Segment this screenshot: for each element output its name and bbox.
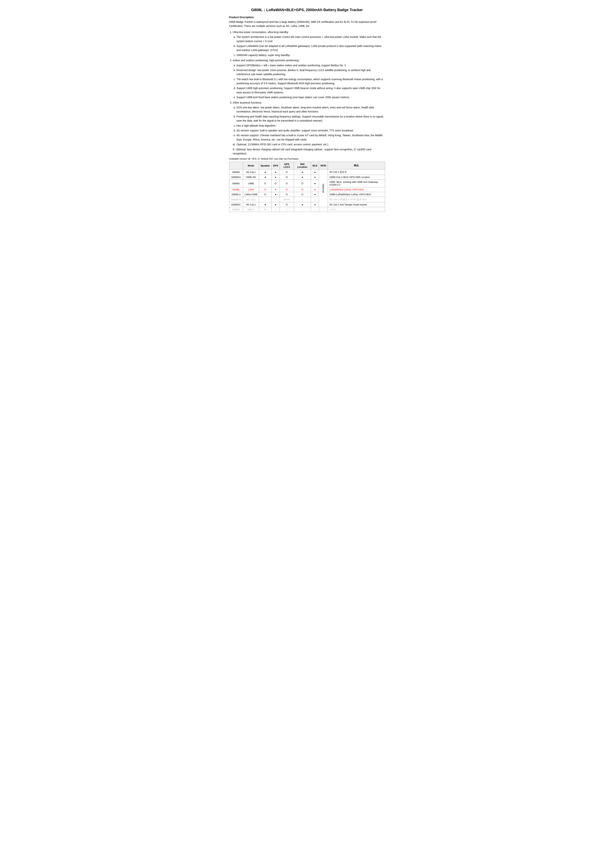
cell-gps: O xyxy=(272,180,280,187)
cell-id: G808L xyxy=(229,187,243,192)
sub-list-3: SOS one-key alarm, low power alarm, shut… xyxy=(236,105,385,142)
cell-feature: UWB+LoRaWAN(or LoRa) +GPS+BLE xyxy=(328,192,385,197)
cell-gps: ◌ xyxy=(272,207,280,212)
cell-wifi: O xyxy=(294,180,311,187)
cell-id: G808GC xyxy=(229,202,243,207)
cell-speaker: ● xyxy=(259,202,272,207)
cell-id: G808U xyxy=(229,180,243,187)
cell-speaker: O xyxy=(259,192,272,197)
product-description-label: Product Drscription: xyxy=(229,16,385,19)
table-row: G808RTK4G Cat.1◌◌●RTK◌◌4G Cat.1+双频北斗 RTK… xyxy=(229,197,385,202)
sub-item-2e: Support UWB AoA fixed base station posit… xyxy=(236,95,385,99)
table-row: G808GC4G Cat.1●●O●●4G Cat.1 Anti-Tamper … xyxy=(229,202,385,207)
extra-item-a: a)Optional: 13.56MHz RFID (M1 card or CP… xyxy=(233,143,385,146)
cell-ble: ● xyxy=(311,169,319,175)
cell-speaker: ◌ xyxy=(259,197,272,202)
page-title: G808L：LoRaWAN+BLE+GPS, 2000mAh Battery B… xyxy=(229,8,385,12)
sub-item-2a: Support GPS/Beidou + wifi + base station… xyxy=(236,63,385,67)
cell-wifi: ◌ xyxy=(294,197,311,202)
cell-speaker: O xyxy=(259,207,272,212)
cell-id: G808LU xyxy=(229,192,243,197)
cell-gps: ● xyxy=(272,169,280,175)
cell-feature: 4G Cat.1+双频北斗 RTK+蓝牙 BLE xyxy=(328,197,385,202)
cell-mode: LoRa+UWB xyxy=(243,192,259,197)
sub-list-2: Support GPS/Beidou + wifi + base station… xyxy=(236,63,385,99)
cell-speaker: O xyxy=(259,180,272,187)
col-header-gps: GPS xyxy=(272,162,280,169)
extra-item-f: f)Optional: face device charging cabinet… xyxy=(233,147,385,156)
cell-feature: UWB+Cat.1+BLE+GPS+Wifi Location xyxy=(328,175,385,180)
cell-wifi: O xyxy=(294,187,311,192)
col-header-speaker: Speaker xyxy=(259,162,272,169)
cell-gps-l1l5: ◌ xyxy=(280,207,294,212)
cell-feature: 4G Cat.1 定位卡 xyxy=(328,169,385,175)
col-header-rfid: RFID xyxy=(319,162,328,169)
cell-gps-l1l5: ●RTK xyxy=(280,197,294,202)
cell-mode: UWB xyxy=(243,180,259,187)
list-item-3-title: Other business functions: xyxy=(233,101,262,104)
sub-item-2b: Reserved design: low-power 22nm process,… xyxy=(236,68,385,76)
cell-gps: ● xyxy=(272,202,280,207)
cell-mode: 4G Cat.1 xyxy=(243,197,259,202)
table-row: G808DNBIoTO◌◌◌◌L1/L5 xyxy=(229,207,385,212)
list-item-2: Indoor and outdoor positioning, high-pre… xyxy=(233,58,385,99)
extra-sub-list: a)Optional: 13.56MHz RFID (M1 card or CP… xyxy=(236,143,385,155)
cell-ble: ◌ xyxy=(311,207,319,212)
cell-ble: ● xyxy=(311,175,319,180)
table-row: G808G4G Cat.1●●O●●Optional4G Cat.1 定位卡 xyxy=(229,169,385,175)
cell-gps-l1l5: O xyxy=(280,169,294,175)
sub-item-1a: The system architecture is a low-power C… xyxy=(236,35,385,43)
versions-table: Mode Speaker GPS GPS L1/L5 Wifi Location… xyxy=(229,162,385,212)
sub-item-1c: 2000mAh capacity battery, super long sta… xyxy=(236,53,385,57)
cell-mode: UWB+4G xyxy=(243,175,259,180)
cell-feature: LoRaWAN(or LoRa) +GPS+BLE xyxy=(328,187,385,192)
cell-mode: 4G Cat.1 xyxy=(243,169,259,175)
availability-note: Available version (●: YES; O: Default NO… xyxy=(229,157,385,160)
cell-wifi: O xyxy=(294,192,311,197)
cell-id: G808D xyxy=(229,207,243,212)
sub-item-2d: Support UWB high-precision positioning: … xyxy=(236,86,385,95)
col-header-gps-l1l5: GPS L1/L5 xyxy=(280,162,294,169)
col-header-wifi: Wifi Location xyxy=(294,162,311,169)
cell-speaker: O xyxy=(259,187,272,192)
cell-gps-l1l5: O xyxy=(280,202,294,207)
table-row: G808GUUWB+4G●●O●●UWB+Cat.1+BLE+GPS+Wifi … xyxy=(229,175,385,180)
cell-id: G808G xyxy=(229,169,243,175)
sub-item-3a: SOS one-key alarm, low power alarm, shut… xyxy=(236,105,385,114)
list-item-1: Ultra-low power consumption, ultra-long … xyxy=(233,30,385,57)
cell-rfid-empty xyxy=(319,207,328,212)
cell-speaker: ● xyxy=(259,169,272,175)
cell-ble: ◌ xyxy=(311,197,319,202)
cell-mode: LoRa xyxy=(243,187,259,192)
cell-wifi: ● xyxy=(294,169,311,175)
sub-item-3d: 4G version support: built-in speaker and… xyxy=(236,129,385,133)
sub-item-3c: Has a high-altitude drop algorithm. xyxy=(236,124,385,128)
table-row: G808UUWBOOOO●UWB +BLE, working with UWB … xyxy=(229,180,385,187)
list-item-1-title: Ultra-low power consumption, ultra-long … xyxy=(233,31,289,34)
list-item-3: Other business functions: SOS one-key al… xyxy=(233,101,385,156)
col-header-id xyxy=(229,162,243,169)
cell-wifi: ◌ xyxy=(294,207,311,212)
cell-feature: UWB +BLE, working with UWB AoA Gateway-U… xyxy=(328,180,385,187)
cell-feature: L1/L5 xyxy=(328,207,385,212)
col-header-mode: Mode xyxy=(243,162,259,169)
cell-gps: ● xyxy=(272,192,280,197)
cell-feature: 4G Cat.1 Anti-Tamper Asset tracker xyxy=(328,202,385,207)
cell-ble: ● xyxy=(311,187,319,192)
cell-gps-l1l5: O xyxy=(280,192,294,197)
cell-mode: NBIoT xyxy=(243,207,259,212)
main-feature-list: Ultra-low power consumption, ultra-long … xyxy=(233,30,385,156)
cell-gps: ◌ xyxy=(272,197,280,202)
cell-gps-l1l5: O xyxy=(280,175,294,180)
cell-gps-l1l5: O xyxy=(280,187,294,192)
cell-ble: ● xyxy=(311,202,319,207)
list-item-2-title: Indoor and outdoor positioning, high-pre… xyxy=(233,59,300,62)
description-text: G808 Badge Tracker is waterproof and has… xyxy=(229,20,385,28)
table-header-row: Mode Speaker GPS GPS L1/L5 Wifi Location… xyxy=(229,162,385,169)
cell-mode: 4G Cat.1 xyxy=(243,202,259,207)
cell-rfid-optional: Optional xyxy=(319,169,328,207)
cell-id: G808RTK xyxy=(229,197,243,202)
cell-ble: ● xyxy=(311,192,319,197)
sub-item-2c: The watch has built-in Bluetooth 5.1 wit… xyxy=(236,77,385,85)
sub-item-3e: 4G version support: Chinese mainland has… xyxy=(236,133,385,142)
